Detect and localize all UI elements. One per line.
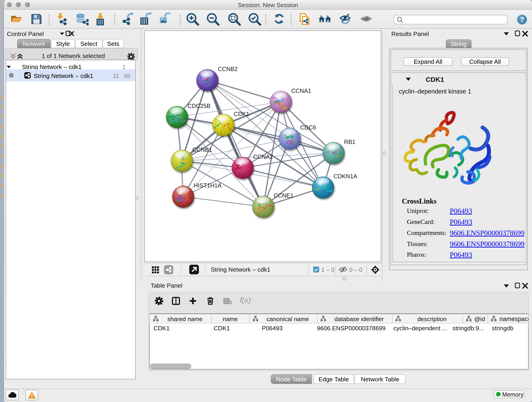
svg-text:HIST1H1A: HIST1H1A — [194, 182, 222, 189]
svg-text:CCNA1: CCNA1 — [291, 88, 311, 94]
svg-text:CDC25B: CDC25B — [187, 103, 210, 109]
svg-text:CCNB1: CCNB1 — [192, 147, 212, 153]
svg-text:CDKN1A: CDKN1A — [334, 173, 357, 179]
svg-text:CCNE1: CCNE1 — [274, 192, 293, 199]
svg-text:CDC6: CDC6 — [300, 124, 316, 131]
svg-text:CDK1: CDK1 — [234, 111, 249, 117]
svg-text:CCNA2: CCNA2 — [253, 153, 273, 160]
svg-text:RB1: RB1 — [344, 139, 355, 145]
svg-text:CCNB2: CCNB2 — [218, 66, 238, 72]
